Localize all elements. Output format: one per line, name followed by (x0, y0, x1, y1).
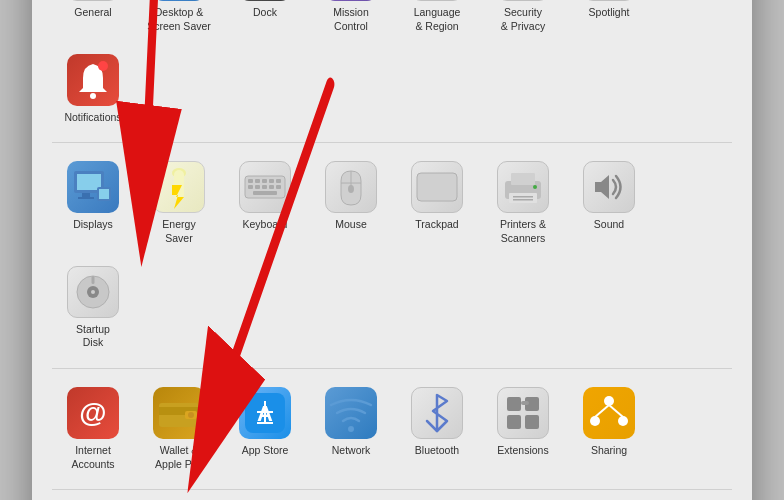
dock-label: Dock (253, 6, 277, 20)
dock-icon (239, 0, 291, 1)
svg-rect-36 (99, 189, 109, 199)
trackpad-icon (411, 161, 463, 213)
keyboard-label: Keyboard (243, 218, 288, 232)
pref-keyboard[interactable]: Keyboard (224, 153, 306, 253)
pref-mission[interactable]: MissionControl (310, 0, 392, 42)
svg-rect-60 (513, 196, 533, 198)
internet-section: @ InternetAccounts Wallet &Apple Pay (52, 369, 732, 490)
svg-rect-49 (262, 185, 267, 189)
svg-rect-48 (255, 185, 260, 189)
svg-point-32 (98, 61, 108, 71)
mouse-icon (325, 161, 377, 213)
svg-rect-80 (507, 415, 521, 429)
svg-rect-66 (92, 276, 95, 284)
svg-rect-50 (269, 185, 274, 189)
svg-rect-78 (507, 397, 521, 411)
svg-point-70 (188, 412, 194, 418)
svg-rect-37 (82, 193, 90, 197)
svg-line-86 (595, 405, 609, 417)
svg-rect-81 (525, 415, 539, 429)
pref-trackpad[interactable]: Trackpad (396, 153, 478, 253)
personal-section: General Desktop &Screen Saver (52, 0, 732, 143)
svg-rect-43 (255, 179, 260, 183)
internet-label: InternetAccounts (71, 444, 114, 471)
pref-startup[interactable]: StartupDisk (52, 258, 134, 358)
hardware-section: Displays EnergySaver (52, 143, 732, 369)
startup-icon (67, 266, 119, 318)
general-icon (67, 0, 119, 1)
svg-line-77 (427, 421, 437, 431)
pref-mouse[interactable]: Mouse (310, 153, 392, 253)
pref-sound[interactable]: Sound (568, 153, 650, 253)
bluetooth-icon (411, 387, 463, 439)
svg-rect-38 (78, 197, 94, 199)
extensions-label: Extensions (497, 444, 548, 458)
svg-rect-82 (521, 401, 529, 405)
sharing-icon (583, 387, 635, 439)
notifications-icon (67, 54, 119, 106)
pref-security[interactable]: Security& Privacy (482, 0, 564, 42)
system-section: Touch ID Users &Groups (52, 490, 732, 500)
wallet-label: Wallet &Apple Pay (155, 444, 203, 471)
startup-label: StartupDisk (76, 323, 110, 350)
svg-rect-61 (513, 199, 533, 201)
pref-extensions[interactable]: Extensions (482, 379, 564, 479)
pref-displays[interactable]: Displays (52, 153, 134, 253)
svg-line-87 (609, 405, 623, 417)
security-icon (497, 0, 549, 1)
security-label: Security& Privacy (501, 6, 545, 33)
pref-network[interactable]: Network (310, 379, 392, 479)
svg-point-76 (348, 426, 354, 432)
pref-sharing[interactable]: Sharing (568, 379, 650, 479)
extensions-icon (497, 387, 549, 439)
pref-language[interactable]: Language& Region (396, 0, 478, 42)
svg-rect-34 (77, 174, 101, 190)
sharing-label: Sharing (591, 444, 627, 458)
svg-rect-52 (253, 191, 277, 195)
pref-appstore[interactable]: A App Store (224, 379, 306, 479)
mission-label: MissionControl (333, 6, 369, 33)
notifications-label: Notifications (64, 111, 121, 125)
bluetooth-label: Bluetooth (415, 444, 459, 458)
sound-label: Sound (594, 218, 624, 232)
printers-label: Printers &Scanners (500, 218, 546, 245)
pref-internet[interactable]: @ InternetAccounts (52, 379, 134, 479)
energy-label: EnergySaver (162, 218, 195, 245)
svg-rect-47 (248, 185, 253, 189)
svg-rect-56 (417, 173, 457, 201)
desktop-label: Desktop &Screen Saver (147, 6, 211, 33)
displays-icon (67, 161, 119, 213)
svg-rect-42 (248, 179, 253, 183)
pref-printers[interactable]: Printers &Scanners (482, 153, 564, 253)
svg-point-55 (348, 185, 354, 193)
system-preferences-window: ‹ › System Preferences 🔍 (32, 0, 752, 500)
trackpad-label: Trackpad (415, 218, 458, 232)
sound-icon (583, 161, 635, 213)
pref-desktop[interactable]: Desktop &Screen Saver (138, 0, 220, 42)
internet-icon: @ (67, 387, 119, 439)
pref-wallet[interactable]: Wallet &Apple Pay (138, 379, 220, 479)
pref-dock[interactable]: Dock (224, 0, 306, 42)
svg-rect-45 (269, 179, 274, 183)
pref-energy[interactable]: EnergySaver (138, 153, 220, 253)
keyboard-icon (239, 161, 291, 213)
pref-spotlight[interactable]: Spotlight (568, 0, 650, 42)
language-icon (411, 0, 463, 1)
svg-rect-46 (276, 179, 281, 183)
wallet-icon (153, 387, 205, 439)
svg-rect-59 (509, 193, 537, 203)
energy-icon (153, 161, 205, 213)
mission-icon (325, 0, 377, 1)
svg-point-65 (91, 290, 95, 294)
svg-rect-51 (276, 185, 281, 189)
language-label: Language& Region (414, 6, 461, 33)
svg-point-85 (618, 416, 628, 426)
displays-label: Displays (73, 218, 113, 232)
spotlight-label: Spotlight (589, 6, 630, 20)
pref-bluetooth[interactable]: Bluetooth (396, 379, 478, 479)
general-label: General (74, 6, 111, 20)
pref-notifications[interactable]: Notifications (52, 46, 134, 133)
svg-point-62 (533, 185, 537, 189)
pref-general[interactable]: General (52, 0, 134, 42)
spotlight-icon (583, 0, 635, 1)
